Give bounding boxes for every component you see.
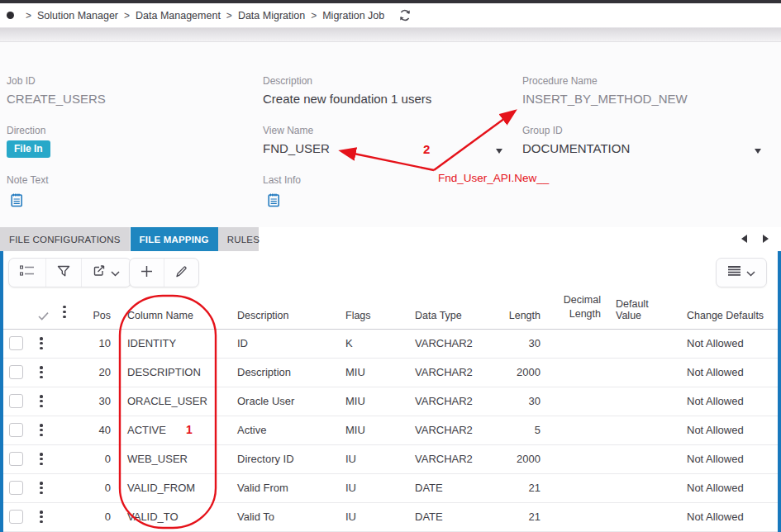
table-row[interactable]: 0 VALID_FROM Valid From IU DATE 21 Not A… <box>3 473 778 502</box>
description-label: Description <box>263 75 431 87</box>
header-column-name[interactable]: Column Name <box>117 293 227 329</box>
row-menu-icon[interactable] <box>31 337 51 349</box>
cell-data-type: VARCHAR2 <box>405 358 485 387</box>
cell-column-name: WEB_USER <box>117 444 227 473</box>
group-id-dropdown-icon[interactable] <box>755 149 761 154</box>
export-button[interactable] <box>82 259 131 287</box>
row-checkbox[interactable] <box>9 510 23 524</box>
row-menu-icon[interactable] <box>31 424 51 436</box>
list-view-button[interactable] <box>9 259 46 287</box>
app-dot-icon[interactable] <box>7 12 14 19</box>
header-select <box>3 293 31 329</box>
filter-button[interactable] <box>46 259 82 287</box>
migration-job-page: > Solution Manager > Data Management > D… <box>0 0 781 532</box>
direction-badge: File In <box>7 140 50 158</box>
procedure-name-label: Procedure Name <box>522 75 688 87</box>
header-decimal-length[interactable]: Decimal Length <box>547 293 607 329</box>
table-row[interactable]: 10 IDENTITY ID K VARCHAR2 30 Not Allowed <box>3 329 778 358</box>
row-checkbox[interactable] <box>9 452 23 466</box>
cell-default-value <box>607 416 677 444</box>
cell-default-value <box>607 387 677 416</box>
header-pos[interactable]: Pos <box>51 293 117 329</box>
cell-data-type: DATE <box>405 473 485 502</box>
cell-pos: 0 <box>51 444 117 473</box>
export-chevron-down-icon <box>111 265 120 280</box>
tab-scroll-right-icon[interactable] <box>763 235 769 243</box>
cell-pos: 10 <box>51 329 117 358</box>
refresh-icon[interactable] <box>398 8 412 22</box>
header-flags[interactable]: Flags <box>336 293 405 329</box>
filter-funnel-icon <box>57 265 70 281</box>
breadcrumb-separator: > <box>124 10 130 21</box>
cell-length: 21 <box>485 473 547 502</box>
breadcrumb-item-solution-manager[interactable]: Solution Manager <box>37 10 118 21</box>
tab-rules[interactable]: RULES <box>218 227 269 251</box>
view-name-value[interactable]: FND_USER <box>263 141 330 155</box>
cell-length: 5 <box>485 416 547 444</box>
breadcrumb-item-data-management[interactable]: Data Management <box>136 10 221 21</box>
cell-column-name: VALID_TO <box>117 502 227 531</box>
cell-change-defaults: Not Allowed <box>677 416 778 444</box>
cell-length: 30 <box>485 329 547 358</box>
field-description: Description Create new foundation 1 user… <box>263 75 431 106</box>
row-checkbox[interactable] <box>9 365 23 379</box>
vertical-scrollbar[interactable] <box>778 251 781 532</box>
cell-column-name: IDENTITY <box>117 329 227 358</box>
cell-flags: IU <box>336 473 405 502</box>
row-menu-icon[interactable] <box>31 482 51 494</box>
header-menu <box>31 293 51 329</box>
cell-pos: 0 <box>51 502 117 531</box>
tab-file-configurations[interactable]: FILE CONFIGURATIONS <box>0 227 131 251</box>
last-info-notepad-icon[interactable] <box>268 192 301 211</box>
header-description[interactable]: Description <box>227 293 336 329</box>
field-direction: Direction File In <box>7 125 50 158</box>
description-value: Create new foundation 1 users <box>263 92 431 106</box>
cell-default-value <box>607 329 677 358</box>
field-group-id[interactable]: Group ID DOCUMENTATION <box>522 125 630 155</box>
view-name-dropdown-icon[interactable] <box>496 149 502 154</box>
row-checkbox[interactable] <box>9 336 23 350</box>
cell-decimal-length <box>547 502 607 531</box>
row-checkbox[interactable] <box>9 423 23 437</box>
cell-description: Active <box>227 416 336 444</box>
cell-description: Description <box>227 358 336 387</box>
header-data-type[interactable]: Data Type <box>405 293 485 329</box>
tab-scroll-left-icon[interactable] <box>741 235 747 243</box>
add-row-button[interactable] <box>130 259 164 287</box>
row-checkbox[interactable] <box>9 481 23 495</box>
table-row[interactable]: 40 ACTIVE Active MIU VARCHAR2 5 Not Allo… <box>3 416 778 444</box>
cell-column-name: DESCRIPTION <box>117 358 227 387</box>
cell-description: Valid To <box>227 502 336 531</box>
cell-decimal-length <box>547 473 607 502</box>
last-info-label: Last Info <box>263 174 301 186</box>
table-row[interactable]: 20 DESCRIPTION Description MIU VARCHAR2 … <box>3 358 778 387</box>
row-menu-icon[interactable] <box>31 395 51 407</box>
note-text-notepad-icon[interactable] <box>11 192 48 211</box>
header-divider-band <box>0 28 781 42</box>
cell-length: 30 <box>485 387 547 416</box>
export-icon <box>93 264 106 281</box>
table-layout-button[interactable] <box>717 259 766 287</box>
breadcrumb-item-migration-job[interactable]: Migration Job <box>322 10 384 21</box>
header-default-value[interactable]: Default Value <box>607 293 677 329</box>
cell-flags: MIU <box>336 358 405 387</box>
field-view-name[interactable]: View Name FND_USER <box>263 125 330 155</box>
row-menu-icon[interactable] <box>31 366 51 378</box>
row-checkbox[interactable] <box>9 394 23 408</box>
cell-data-type: VARCHAR2 <box>405 444 485 473</box>
group-id-value[interactable]: DOCUMENTATION <box>522 141 630 155</box>
tab-file-mapping[interactable]: FILE MAPPING <box>131 227 218 251</box>
job-id-value: CREATE_USERS <box>7 92 106 106</box>
table-row[interactable]: 30 ORACLE_USER Oracle User MIU VARCHAR2 … <box>3 387 778 416</box>
row-menu-icon[interactable] <box>31 511 51 523</box>
row-menu-icon[interactable] <box>31 453 51 465</box>
breadcrumb-item-data-migration[interactable]: Data Migration <box>238 10 305 21</box>
header-length[interactable]: Length <box>485 293 547 329</box>
edit-row-button[interactable] <box>164 259 198 287</box>
job-id-label: Job ID <box>7 75 106 87</box>
header-change-defaults[interactable]: Change Defaults <box>677 293 778 329</box>
direction-label: Direction <box>7 125 50 136</box>
table-row[interactable]: 0 VALID_TO Valid To IU DATE 21 Not Allow… <box>3 502 778 531</box>
table-row[interactable]: 0 WEB_USER Directory ID IU VARCHAR2 2000… <box>3 444 778 473</box>
cell-change-defaults: Not Allowed <box>677 387 778 416</box>
